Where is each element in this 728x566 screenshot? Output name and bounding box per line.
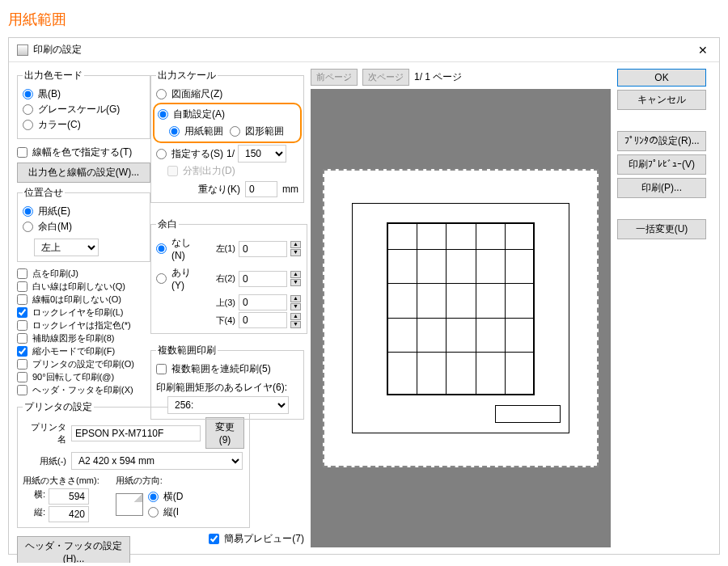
checkbox-continuous[interactable]: 複数範囲を連続印刷(5) bbox=[156, 362, 298, 376]
margin-right-label: 右(2) bbox=[203, 272, 235, 285]
checklist-item-0[interactable]: 点を印刷(J) bbox=[17, 268, 150, 280]
output-color-group: 出力色モード 黒(B) グレースケール(G) カラー(C) bbox=[17, 69, 150, 139]
print-button[interactable]: 印刷(P)... bbox=[617, 178, 706, 198]
color-linewidth-settings-button[interactable]: 出力色と線幅の設定(W)... bbox=[17, 163, 150, 183]
checklist-item-8[interactable]: 90°回転して印刷(@) bbox=[17, 371, 150, 383]
checklist-item-5[interactable]: 補助線図形を印刷(8) bbox=[17, 332, 150, 344]
printer-settings-button[interactable]: ﾌﾟﾘﾝﾀの設定(R)... bbox=[617, 131, 706, 151]
preview-drawing bbox=[352, 203, 570, 433]
checklist-item-3[interactable]: ロックレイヤを印刷(L) bbox=[17, 306, 150, 319]
orientation-icon bbox=[116, 493, 143, 516]
ok-button[interactable]: OK bbox=[617, 69, 706, 87]
printer-name-label: プリンタ名 bbox=[23, 421, 66, 446]
paper-label: 用紙(-) bbox=[23, 455, 66, 467]
radio-black-label: 黒(B) bbox=[38, 87, 61, 101]
checklist-item-2[interactable]: 線幅0は印刷しない(O) bbox=[17, 294, 150, 306]
close-icon[interactable]: ✕ bbox=[695, 44, 711, 57]
checkbox-split-output-label: 分割出力(D) bbox=[183, 164, 235, 178]
radio-paper-label: 用紙(E) bbox=[38, 205, 70, 218]
radio-shape-range-label: 図形範囲 bbox=[245, 125, 284, 138]
radio-grayscale[interactable]: グレースケール(G) bbox=[23, 103, 145, 116]
layer-label: 印刷範囲矩形のあるレイヤ(6): bbox=[156, 381, 298, 395]
output-scale-legend: 出力スケール bbox=[156, 69, 218, 82]
checkbox-split-output[interactable]: 分割出力(D) bbox=[167, 164, 298, 178]
app-icon bbox=[17, 44, 28, 56]
header-footer-button[interactable]: ヘッダ・フッタの設定(H)... bbox=[17, 536, 130, 563]
margin-right-field[interactable] bbox=[239, 271, 287, 287]
checklist-item-label: 補助線図形を印刷(8) bbox=[32, 332, 114, 344]
checklist-item-label: 90°回転して印刷(@) bbox=[32, 371, 114, 383]
scale-value-select[interactable]: 150 bbox=[238, 145, 286, 163]
preview-area bbox=[311, 89, 611, 547]
radio-specify-scale[interactable]: 指定する(S) bbox=[156, 147, 223, 161]
radio-auto-scale-label: 自動設定(A) bbox=[173, 108, 225, 121]
cancel-button[interactable]: キャンセル bbox=[617, 90, 706, 110]
checkbox-continuous-label: 複数範囲を連続印刷(5) bbox=[171, 362, 271, 376]
paper-size-label: 用紙の大きさ(mm): bbox=[23, 475, 99, 487]
radio-paper-range[interactable]: 用紙範囲 bbox=[169, 125, 223, 138]
prev-page-button[interactable]: 前ページ bbox=[311, 69, 358, 86]
radio-margin-yes[interactable]: あり(Y) bbox=[156, 266, 200, 291]
checklist-item-label: ヘッダ・フッタを印刷(X) bbox=[32, 384, 133, 396]
radio-drawing-scale[interactable]: 図面縮尺(Z) bbox=[156, 87, 298, 101]
radio-margin-none[interactable]: なし(N) bbox=[156, 236, 200, 261]
radio-color[interactable]: カラー(C) bbox=[23, 118, 145, 132]
anchor-select[interactable]: 左上 bbox=[34, 239, 99, 256]
layer-select[interactable]: 256: bbox=[167, 396, 289, 414]
checklist-item-6[interactable]: 縮小モードで印刷(F) bbox=[17, 345, 150, 357]
radio-drawing-scale-label: 図面縮尺(Z) bbox=[171, 87, 222, 101]
radio-specify-scale-label: 指定する(S) bbox=[171, 147, 223, 161]
checklist-item-label: 線幅0は印刷しない(O) bbox=[32, 294, 121, 306]
next-page-button[interactable]: 次ページ bbox=[362, 69, 409, 86]
checklist-item-label: プリンタの設定で印刷(O) bbox=[32, 358, 134, 370]
radio-paper[interactable]: 用紙(E) bbox=[23, 205, 145, 218]
scale-prefix: 1/ bbox=[226, 148, 235, 159]
position-group: 位置合せ 用紙(E) 余白(M) 左上 bbox=[17, 186, 150, 262]
print-preview-button[interactable]: 印刷ﾌﾟﾚﾋﾞｭｰ(V) bbox=[617, 154, 706, 175]
radio-margin[interactable]: 余白(M) bbox=[23, 220, 145, 234]
radio-paper-range-label: 用紙範囲 bbox=[184, 125, 223, 138]
checklist-item-9[interactable]: ヘッダ・フッタを印刷(X) bbox=[17, 384, 150, 396]
batch-change-button[interactable]: 一括変更(U) bbox=[617, 219, 706, 239]
radio-grayscale-label: グレースケール(G) bbox=[38, 103, 120, 116]
margin-left-field[interactable] bbox=[239, 241, 287, 257]
titlebar: 印刷の設定 ✕ bbox=[9, 38, 719, 62]
multirange-legend: 複数範囲印刷 bbox=[156, 344, 218, 357]
page-title: 用紙範囲 bbox=[0, 0, 728, 37]
checkbox-linewidth-color[interactable]: 線幅を色で指定する(T) bbox=[17, 146, 150, 159]
checklist: 点を印刷(J)白い線は印刷しない(Q)線幅0は印刷しない(O)ロックレイヤを印刷… bbox=[17, 267, 150, 397]
margin-group: 余白 なし(N) 左(1) ▲▼ あり(Y) 右(2) ▲▼ 上(3) ▲▼ 下… bbox=[150, 218, 307, 334]
paper-height-field[interactable] bbox=[49, 506, 89, 522]
radio-black[interactable]: 黒(B) bbox=[23, 87, 145, 101]
print-settings-dialog: 印刷の設定 ✕ 出力色モード 黒(B) グレースケール(G) カラー(C) 線幅… bbox=[8, 37, 720, 555]
margin-top-field[interactable] bbox=[239, 294, 287, 310]
checklist-item-7[interactable]: プリンタの設定で印刷(O) bbox=[17, 358, 150, 370]
margin-top-label: 上(3) bbox=[203, 297, 235, 309]
output-color-legend: 出力色モード bbox=[23, 69, 84, 82]
dialog-title: 印刷の設定 bbox=[33, 43, 82, 57]
preview-paper bbox=[323, 169, 599, 467]
checklist-item-label: 点を印刷(J) bbox=[32, 268, 78, 280]
margin-right-spinner[interactable]: ▲▼ bbox=[290, 271, 302, 286]
position-legend: 位置合せ bbox=[23, 186, 65, 200]
radio-auto-scale[interactable]: 自動設定(A) bbox=[158, 108, 297, 121]
checkbox-simple-preview[interactable]: 簡易プレビュー(7) bbox=[150, 532, 304, 546]
margin-legend: 余白 bbox=[156, 218, 179, 231]
checklist-item-1[interactable]: 白い線は印刷しない(Q) bbox=[17, 281, 150, 293]
checkbox-simple-preview-label: 簡易プレビュー(7) bbox=[224, 532, 304, 546]
checklist-item-label: ロックレイヤは指定色(*) bbox=[32, 319, 131, 332]
margin-top-spinner[interactable]: ▲▼ bbox=[290, 295, 302, 310]
radio-shape-range[interactable]: 図形範囲 bbox=[230, 125, 284, 138]
checklist-item-4[interactable]: ロックレイヤは指定色(*) bbox=[17, 319, 150, 332]
printer-legend: プリンタの設定 bbox=[23, 400, 94, 414]
output-scale-group: 出力スケール 図面縮尺(Z) 自動設定(A) 用紙範囲 図形範囲 指定する(S)… bbox=[150, 69, 304, 203]
overlap-field[interactable] bbox=[245, 181, 277, 197]
page-indicator: 1/ 1 ページ bbox=[414, 70, 462, 84]
height-label: 縦: bbox=[23, 506, 45, 522]
overlap-unit: mm bbox=[282, 184, 298, 195]
margin-left-label: 左(1) bbox=[203, 243, 235, 255]
margin-bottom-field[interactable] bbox=[239, 312, 287, 328]
paper-width-field[interactable] bbox=[49, 488, 89, 505]
margin-bottom-spinner[interactable]: ▲▼ bbox=[290, 313, 302, 328]
margin-left-spinner[interactable]: ▲▼ bbox=[290, 241, 302, 256]
